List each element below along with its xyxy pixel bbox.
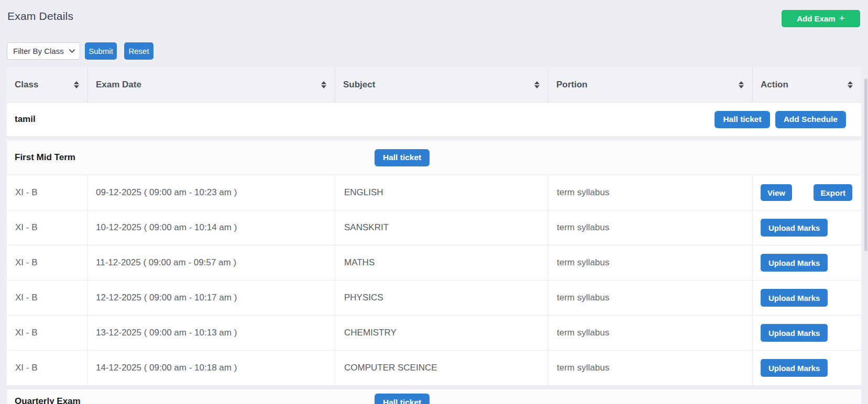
cell-portion: term syllabus: [548, 280, 753, 315]
class-filter-wrap: Filter By Class: [7, 42, 80, 60]
cell-subject: MATHS: [335, 245, 548, 280]
column-label: Subject: [343, 80, 375, 90]
class-filter-select[interactable]: Filter By Class: [7, 42, 80, 60]
cell-subject: COMPUTER SCEINCE: [335, 351, 548, 385]
submit-button[interactable]: Submit: [85, 42, 117, 60]
section-row-tamil: tamilHall ticketAdd Schedule: [7, 103, 861, 136]
cell-date: 12-12-2025 ( 09:00 am - 10:17 am ): [88, 280, 335, 315]
upload-marks-button[interactable]: Upload Marks: [761, 289, 828, 307]
table-row: XI - B14-12-2025 ( 09:00 am - 10:18 am )…: [7, 350, 861, 385]
cell-class: XI - B: [7, 245, 88, 280]
page-title: Exam Details: [7, 10, 73, 23]
scrollbar-thumb[interactable]: [864, 78, 867, 251]
table-row: XI - B09-12-2025 ( 09:00 am - 10:23 am )…: [7, 175, 861, 210]
reset-button[interactable]: Reset: [124, 42, 153, 60]
section-row-first-mid-term: First Mid TermHall ticket: [7, 140, 861, 175]
cell-class: XI - B: [7, 280, 88, 315]
cell-actions: ViewExport: [753, 175, 861, 210]
cell-date: 10-12-2025 ( 09:00 am - 10:14 am ): [88, 210, 335, 245]
cell-portion: term syllabus: [548, 175, 753, 210]
section-actions: Hall ticket: [375, 389, 430, 404]
section-title: First Mid Term: [15, 152, 75, 163]
cell-portion: term syllabus: [548, 351, 753, 385]
upload-marks-button[interactable]: Upload Marks: [761, 254, 828, 272]
plus-icon: +: [839, 13, 845, 23]
sort-icon[interactable]: [321, 81, 326, 88]
cell-actions: Upload Marks: [753, 316, 861, 350]
cell-date: 09-12-2025 ( 09:00 am - 10:23 am ): [88, 175, 335, 210]
view-button[interactable]: View: [761, 184, 792, 201]
upload-marks-button[interactable]: Upload Marks: [761, 359, 828, 377]
table-body: tamilHall ticketAdd ScheduleFirst Mid Te…: [7, 103, 861, 404]
cell-date: 13-12-2025 ( 09:00 am - 10:13 am ): [88, 316, 335, 350]
column-header-class[interactable]: Class: [7, 67, 88, 102]
filter-bar: Filter By Class Submit Reset: [7, 42, 868, 60]
hall-ticket-button[interactable]: Hall ticket: [375, 149, 430, 166]
section-actions: Hall ticketAdd Schedule: [715, 103, 846, 136]
export-button[interactable]: Export: [814, 184, 852, 201]
cell-portion: term syllabus: [548, 210, 753, 245]
table-row: XI - B13-12-2025 ( 09:00 am - 10:13 am )…: [7, 315, 861, 350]
section-gap: [7, 385, 861, 389]
table-row: XI - B11-12-2025 ( 09:00 am - 09:57 am )…: [7, 245, 861, 280]
cell-class: XI - B: [7, 210, 88, 245]
add-schedule-button[interactable]: Add Schedule: [775, 111, 846, 128]
column-label: Exam Date: [96, 80, 141, 90]
sort-icon[interactable]: [534, 81, 540, 88]
column-label: Action: [761, 80, 788, 90]
cell-date: 14-12-2025 ( 09:00 am - 10:18 am ): [88, 351, 335, 385]
section-title: Quarterly Exam: [15, 396, 81, 404]
section-actions: Hall ticket: [375, 140, 430, 175]
section-gap: [7, 136, 861, 140]
add-exam-button[interactable]: Add Exam +: [782, 10, 860, 27]
cell-subject: ENGLISH: [335, 175, 548, 210]
table-header-row: ClassExam DateSubjectPortionAction: [7, 67, 861, 103]
cell-portion: term syllabus: [548, 316, 753, 350]
hall-ticket-button[interactable]: Hall ticket: [375, 394, 430, 404]
cell-class: XI - B: [7, 175, 88, 210]
sort-icon[interactable]: [74, 81, 79, 88]
column-header-action[interactable]: Action: [753, 67, 861, 102]
cell-date: 11-12-2025 ( 09:00 am - 09:57 am ): [88, 245, 335, 280]
add-exam-label: Add Exam: [797, 15, 835, 23]
upload-marks-button[interactable]: Upload Marks: [761, 219, 828, 237]
cell-actions: Upload Marks: [753, 245, 861, 280]
table-row: XI - B12-12-2025 ( 09:00 am - 10:17 am )…: [7, 280, 861, 315]
column-header-portion[interactable]: Portion: [548, 67, 753, 102]
cell-actions: Upload Marks: [753, 280, 861, 315]
cell-subject: CHEMISTRY: [335, 316, 548, 350]
cell-subject: PHYSICS: [335, 280, 548, 315]
cell-subject: SANSKRIT: [335, 210, 548, 245]
column-header-exam-date[interactable]: Exam Date: [88, 67, 335, 102]
hall-ticket-button[interactable]: Hall ticket: [715, 111, 770, 128]
page-header: Exam Details Add Exam +: [0, 0, 868, 27]
sort-icon[interactable]: [848, 81, 853, 88]
column-label: Class: [15, 80, 38, 90]
column-label: Portion: [556, 80, 588, 90]
column-header-subject[interactable]: Subject: [335, 67, 548, 102]
cell-class: XI - B: [7, 351, 88, 385]
cell-actions: Upload Marks: [753, 351, 861, 385]
cell-class: XI - B: [7, 316, 88, 350]
cell-actions: Upload Marks: [753, 210, 861, 245]
cell-portion: term syllabus: [548, 245, 753, 280]
section-row-quarterly-exam: Quarterly ExamHall ticket: [7, 389, 861, 404]
exam-table: ClassExam DateSubjectPortionAction tamil…: [7, 67, 861, 404]
section-title: tamil: [15, 114, 36, 125]
table-row: XI - B10-12-2025 ( 09:00 am - 10:14 am )…: [7, 210, 861, 245]
sort-icon[interactable]: [739, 81, 744, 88]
upload-marks-button[interactable]: Upload Marks: [761, 324, 828, 342]
